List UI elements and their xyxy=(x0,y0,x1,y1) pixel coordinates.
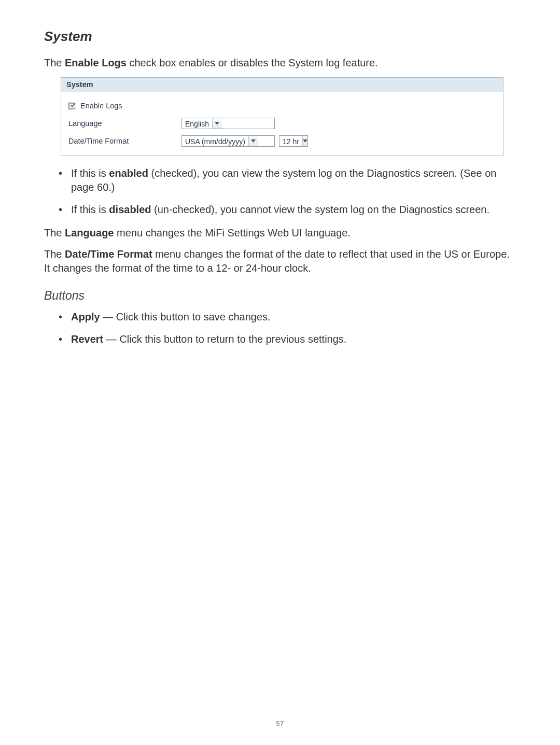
language-paragraph: The Language menu changes the MiFi Setti… xyxy=(44,226,516,240)
language-select[interactable]: English xyxy=(181,118,275,129)
text: It changes the format of the time to a 1… xyxy=(44,262,311,274)
text: (checked), you can view the system log o… xyxy=(148,167,496,179)
buttons-bullets: Apply — Click this button to save change… xyxy=(44,310,516,346)
text: — Click this button to save changes. xyxy=(100,311,271,322)
svg-marker-0 xyxy=(215,122,219,125)
date-format-select-value: USA (mm/dd/yyyy) xyxy=(182,136,248,146)
date-format-select[interactable]: USA (mm/dd/yyyy) xyxy=(181,135,275,147)
list-item: If this is enabled (checked), you can vi… xyxy=(71,166,516,194)
datetime-label: Date/Time Format xyxy=(68,137,181,145)
text: check box enables or disables the System… xyxy=(127,57,378,68)
page-number: 57 xyxy=(0,720,560,727)
system-panel-screenshot: System Enable Logs Language En xyxy=(61,77,503,156)
chevron-down-icon xyxy=(212,118,222,129)
text-bold: Enable Logs xyxy=(65,57,127,68)
chevron-down-icon xyxy=(248,136,258,146)
datetime-row: Date/Time Format USA (mm/dd/yyyy) 12 hr xyxy=(68,134,496,148)
language-row: Language English xyxy=(68,116,496,131)
section-title-system: System xyxy=(44,29,516,45)
language-label: Language xyxy=(68,119,181,128)
language-select-value: English xyxy=(182,118,212,129)
text-bold: disabled xyxy=(109,204,151,215)
text-bold: Apply xyxy=(71,311,100,322)
text: If this is xyxy=(71,167,109,179)
clock-format-select[interactable]: 12 hr xyxy=(279,135,308,147)
svg-marker-1 xyxy=(251,139,256,143)
list-item: If this is disabled (un-checked), you ca… xyxy=(71,203,516,217)
clock-format-select-value: 12 hr xyxy=(279,136,302,146)
text-bold: enabled xyxy=(109,167,148,179)
check-icon xyxy=(71,103,75,108)
text: The xyxy=(44,227,65,238)
text-bold: Date/Time Format xyxy=(65,248,152,260)
chevron-down-icon xyxy=(302,136,307,146)
enable-logs-row: Enable Logs xyxy=(68,99,496,113)
list-item: Revert — Click this button to return to … xyxy=(71,332,516,346)
text: The xyxy=(44,57,65,68)
feature-bullets: If this is enabled (checked), you can vi… xyxy=(44,166,516,217)
intro-paragraph: The Enable Logs check box enables or dis… xyxy=(44,56,516,70)
text: — Click this button to return to the pre… xyxy=(103,333,346,345)
text: menu changes the format of the date to r… xyxy=(152,248,510,260)
text: If this is xyxy=(71,204,109,215)
text: page 60.) xyxy=(71,181,115,193)
enable-logs-checkbox[interactable] xyxy=(68,102,76,110)
datetime-paragraph: The Date/Time Format menu changes the fo… xyxy=(44,247,516,275)
text: (un-checked), you cannot view the system… xyxy=(151,204,490,215)
list-item: Apply — Click this button to save change… xyxy=(71,310,516,324)
text-bold: Language xyxy=(65,227,114,238)
panel-title: System xyxy=(61,78,503,92)
text: menu changes the MiFi Settings Web UI la… xyxy=(114,227,351,238)
buttons-subtitle: Buttons xyxy=(44,289,516,303)
enable-logs-label: Enable Logs xyxy=(80,102,122,110)
text-bold: Revert xyxy=(71,333,103,345)
svg-marker-2 xyxy=(303,139,307,143)
text: The xyxy=(44,248,65,260)
